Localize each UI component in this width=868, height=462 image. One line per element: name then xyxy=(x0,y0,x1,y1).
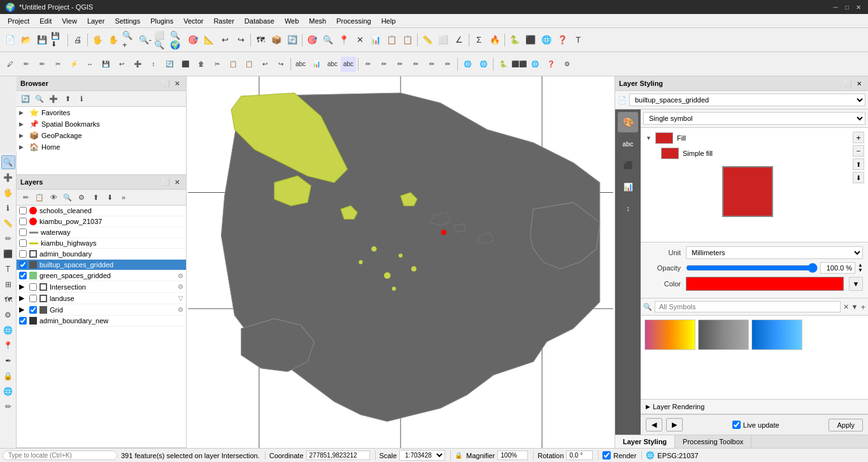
layer-intersection[interactable]: ▶ Intersection ⚙ xyxy=(17,281,186,293)
save-as-button[interactable]: 💾⬇ xyxy=(50,32,66,48)
browser-spatial-bookmarks-item[interactable]: ▶ 📌 Spatial Bookmarks xyxy=(17,118,186,130)
unit-dropdown[interactable]: Millimeters xyxy=(686,246,863,259)
grid-tool[interactable]: ⊞ xyxy=(1,277,15,291)
abc3-btn[interactable]: abc xyxy=(341,57,356,72)
color-swatch[interactable] xyxy=(686,277,844,291)
coordinate-input[interactable] xyxy=(306,451,370,460)
layer-builtup-spaces[interactable]: builtup_spaces_gridded xyxy=(17,260,186,270)
print-button[interactable]: 🖨 xyxy=(70,32,85,48)
menu-help[interactable]: Help xyxy=(376,16,401,26)
magnifier-input[interactable] xyxy=(497,451,528,460)
symbol-swatch-blue[interactable] xyxy=(751,319,802,350)
browser-info-button[interactable]: ℹ xyxy=(75,92,88,105)
symbol-swatch-grey[interactable] xyxy=(698,319,749,350)
layers-settings-button[interactable]: ⚙ xyxy=(75,191,88,204)
help2-btn[interactable]: ❓ xyxy=(543,57,559,72)
open-field-button[interactable]: 📋 xyxy=(384,32,399,48)
pan-tool-button[interactable]: 🖐 xyxy=(90,32,105,48)
layer-landuse[interactable]: ▶ landuse ▽ xyxy=(17,293,186,304)
render-checkbox[interactable] xyxy=(602,451,611,459)
browser-close-button[interactable]: ✕ xyxy=(172,78,182,88)
minimize-button[interactable]: ─ xyxy=(831,3,840,11)
styling-3d-button[interactable]: ⬛ xyxy=(618,155,638,176)
zoom-next-button[interactable]: ↪ xyxy=(233,32,248,48)
paste-btn[interactable]: 📋 xyxy=(241,57,257,72)
zoom-rubber-button[interactable]: ⬜🔍 xyxy=(153,32,169,48)
select-features-tool[interactable]: 🔍 xyxy=(1,155,15,169)
layer-styling-close-button[interactable]: ✕ xyxy=(854,78,864,88)
opacity-slider[interactable] xyxy=(686,263,818,273)
menu-settings[interactable]: Settings xyxy=(110,16,145,26)
globe-btn[interactable]: 🌐 xyxy=(460,57,475,72)
copy-btn[interactable]: 📋 xyxy=(225,57,241,72)
layers-add-button[interactable]: 📋 xyxy=(33,191,46,204)
heatmap-button[interactable]: 🔥 xyxy=(487,32,502,48)
measure-angle-button[interactable]: ∠ xyxy=(452,32,467,48)
ext-tool[interactable]: 🌐 xyxy=(1,384,15,398)
edit-tool[interactable]: ✏ xyxy=(1,232,15,246)
menu-raster[interactable]: Raster xyxy=(208,16,239,26)
forward-history-button[interactable]: ▶ xyxy=(666,418,683,431)
layer-admin-visible-checkbox[interactable] xyxy=(19,250,27,258)
symbol-down-col-button[interactable]: ⬇ xyxy=(853,172,864,183)
summary-button[interactable]: Σ xyxy=(471,32,487,48)
label-tool[interactable]: T xyxy=(1,262,15,276)
scale-dropdown[interactable]: 1:703428 xyxy=(399,450,445,461)
digitize-btn[interactable]: 🖊 xyxy=(3,57,18,72)
layers-more-button[interactable]: » xyxy=(117,191,130,204)
tile-refresh-button[interactable]: 🗺 xyxy=(253,32,268,48)
cut-btn[interactable]: ✂ xyxy=(210,57,225,72)
rotate-btn[interactable]: 🔄 xyxy=(162,57,177,72)
edit2-btn[interactable]: ✏ xyxy=(376,57,392,72)
layer-kiambu-pow-visible-checkbox[interactable] xyxy=(19,218,27,225)
symbol-add-col-button[interactable]: + xyxy=(853,132,864,143)
new-project-button[interactable]: 📄 xyxy=(3,32,18,48)
measure-tool[interactable]: 📏 xyxy=(1,216,15,230)
offset-btn[interactable]: ↔ xyxy=(82,57,97,72)
styling-symbols-button[interactable]: 🎨 xyxy=(618,112,638,132)
pin-tool[interactable]: 📍 xyxy=(1,339,15,353)
layer-admin-boundary-new[interactable]: admin_boundary_new xyxy=(17,316,186,326)
menu-vector[interactable]: Vector xyxy=(178,16,208,26)
styling-labels-button[interactable]: abc xyxy=(618,134,638,154)
layers-float-button[interactable]: ⬜ xyxy=(160,177,171,187)
zoom-map-tool[interactable]: ➕ xyxy=(1,171,15,185)
menu-project[interactable]: Project xyxy=(3,16,34,26)
layer-admin-new-visible-checkbox[interactable] xyxy=(19,317,27,325)
python-button[interactable]: 🐍 xyxy=(507,32,522,48)
plugin-button[interactable]: ⬛ xyxy=(523,32,538,48)
select-poly-button[interactable]: 📍 xyxy=(336,32,352,48)
menu-layer[interactable]: Layer xyxy=(82,16,110,26)
layers-edit-button[interactable]: ✏ xyxy=(19,191,32,204)
renderer-dropdown[interactable]: Single symbol xyxy=(643,112,865,125)
layer-admin-boundary[interactable]: admin_boundary xyxy=(17,249,186,260)
digitize2-btn[interactable]: ✏ xyxy=(18,57,34,72)
symbol-swatch-gradient[interactable] xyxy=(644,319,695,350)
edit3-btn[interactable]: ✏ xyxy=(392,57,408,72)
browser-geopackage-item[interactable]: ▶ 📦 GeoPackage xyxy=(17,130,186,141)
layer-grid[interactable]: ▶ Grid ⚙ xyxy=(17,304,186,316)
deselect-button[interactable]: ✕ xyxy=(352,32,367,48)
refresh-button[interactable]: 🔄 xyxy=(285,32,300,48)
layer-schools-cleaned[interactable]: schools_cleaned xyxy=(17,206,186,216)
extra-tool[interactable]: ✏ xyxy=(1,400,15,414)
symbol-gallery-add-button[interactable]: + xyxy=(860,302,865,312)
reshape-btn[interactable]: ✂ xyxy=(50,57,66,72)
browser-refresh-button[interactable]: 🔄 xyxy=(19,92,32,105)
redo-btn[interactable]: ↪ xyxy=(273,57,288,72)
pan-to-selection-button[interactable]: ✋ xyxy=(106,32,121,48)
save-layer-btn[interactable]: 💾 xyxy=(98,57,113,72)
scale-btn[interactable]: ⬛ xyxy=(178,57,193,72)
globe3-btn[interactable]: 🌐 xyxy=(527,57,543,72)
browser-add-button[interactable]: ➕ xyxy=(47,92,60,105)
discard-btn[interactable]: ↩ xyxy=(114,57,129,72)
menu-plugins[interactable]: Plugins xyxy=(145,16,178,26)
symbol-del-col-button[interactable]: − xyxy=(853,145,864,157)
abc-btn[interactable]: abc xyxy=(293,57,308,72)
node-btn[interactable]: ✏ xyxy=(34,57,50,72)
pan-map-tool[interactable]: 🖐 xyxy=(1,186,15,200)
tab-layer-styling[interactable]: Layer Styling xyxy=(615,435,675,448)
identify-button[interactable]: 🎯 xyxy=(304,32,320,48)
layer-tool[interactable]: ⬛ xyxy=(1,247,15,261)
undo-btn[interactable]: ↩ xyxy=(257,57,273,72)
